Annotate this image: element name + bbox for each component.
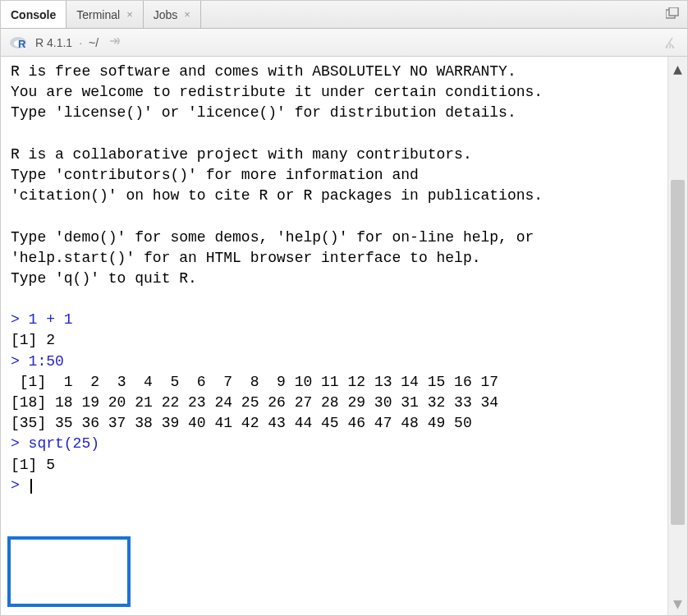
- text-line: You are welcome to redistribute it under…: [11, 84, 543, 100]
- cursor: [30, 479, 32, 494]
- cmd: sqrt(25): [29, 435, 99, 452]
- tab-bar: Console Terminal × Jobs ×: [1, 1, 687, 29]
- share-icon[interactable]: [108, 35, 122, 49]
- svg-rect-1: [669, 7, 678, 16]
- tab-console[interactable]: Console: [1, 1, 67, 28]
- close-icon[interactable]: ×: [184, 8, 190, 21]
- tab-terminal[interactable]: Terminal ×: [67, 1, 144, 28]
- cmd: 1:50: [29, 353, 64, 370]
- output-line: [1] 5: [11, 457, 55, 473]
- close-icon[interactable]: ×: [126, 8, 133, 21]
- working-dir-path[interactable]: ~/: [89, 36, 99, 49]
- svg-text:R: R: [18, 38, 26, 50]
- text-line: R is a collaborative project with many c…: [11, 146, 472, 163]
- text-line: 'help.start()' for an HTML browser inter…: [11, 250, 481, 266]
- scroll-thumb[interactable]: [671, 180, 685, 525]
- scroll-up-icon[interactable]: ▲: [668, 60, 687, 77]
- text-line: Type 'license()' or 'licence()' for dist…: [11, 104, 516, 121]
- console-area: R is free software and comes with ABSOLU…: [1, 57, 687, 615]
- prompt: >: [11, 435, 29, 452]
- tab-label: Jobs: [154, 8, 178, 21]
- scroll-down-icon[interactable]: ▼: [668, 595, 687, 612]
- output-line: [1] 1 2 3 4 5 6 7 8 9 10 11 12 13 14 15 …: [11, 374, 498, 390]
- console-output[interactable]: R is free software and comes with ABSOLU…: [1, 57, 667, 615]
- maximize-icon[interactable]: [666, 7, 679, 19]
- output-line: [35] 35 36 37 38 39 40 41 42 43 44 45 46…: [11, 415, 472, 431]
- text-line: R is free software and comes with ABSOLU…: [11, 63, 516, 80]
- separator-dot: ·: [79, 36, 82, 49]
- clear-console-icon[interactable]: [663, 36, 677, 53]
- tab-jobs[interactable]: Jobs ×: [144, 1, 201, 28]
- tab-label: Console: [11, 8, 56, 21]
- prompt: >: [11, 311, 29, 328]
- output-line: [1] 2: [11, 332, 55, 348]
- text-line: 'citation()' on how to cite R or R packa…: [11, 187, 543, 204]
- text-line: Type 'q()' to quit R.: [11, 270, 197, 287]
- highlight-annotation: [7, 536, 131, 607]
- text-line: Type 'contributors()' for more informati…: [11, 167, 419, 183]
- console-toolbar: R R 4.1.1 · ~/: [1, 29, 687, 57]
- cmd: 1 + 1: [29, 311, 73, 328]
- prompt: >: [11, 353, 29, 370]
- r-version-label: R 4.1.1: [35, 36, 72, 49]
- prompt: >: [11, 477, 29, 494]
- output-line: [18] 18 19 20 21 22 23 24 25 26 27 28 29…: [11, 394, 498, 411]
- text-line: Type 'demo()' for some demos, 'help()' f…: [11, 229, 534, 246]
- tab-label: Terminal: [76, 8, 120, 21]
- r-logo-icon: R: [9, 35, 29, 50]
- vertical-scrollbar[interactable]: ▲ ▼: [667, 57, 687, 615]
